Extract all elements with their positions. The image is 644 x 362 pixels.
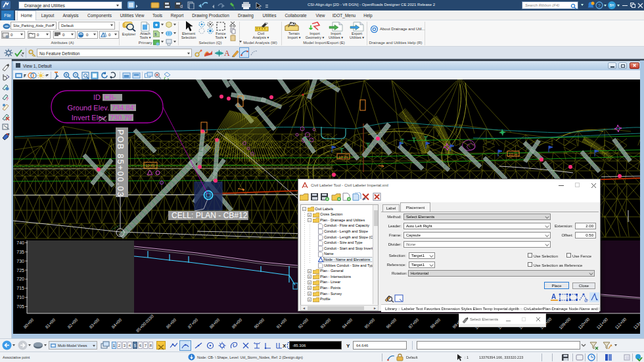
svg-text:ID: ID [93,93,101,101]
svg-text:A: A [551,293,556,300]
svg-text:CB-: CB- [104,93,116,101]
svg-text:@: @ [584,298,588,302]
svg-text:?: ? [6,97,9,101]
svg-text:710: 710 [16,295,24,300]
svg-text:?: ? [598,3,601,9]
svg-text:10 in: 10 in [509,152,517,156]
svg-text:POB 85+00.03: POB 85+00.03 [116,129,125,198]
svg-text:734.84': 734.84' [112,104,135,112]
svg-text:10 IN: 10 IN [338,155,348,159]
svg-text:d: d [180,4,183,9]
svg-text:CELL: PLAN - CB#12: CELL: PLAN - CB#12 [172,211,248,220]
svg-text:720: 720 [16,277,24,281]
svg-text:A: A [224,49,230,57]
svg-text:730: 730 [16,259,24,263]
svg-text:725: 725 [16,268,24,273]
svg-text:715: 715 [16,286,24,290]
svg-text:Ground Elev.: Ground Elev. [68,104,109,112]
svg-text:s: s [154,32,157,36]
svg-text:705: 705 [16,304,24,309]
svg-text:730.79': 730.79' [110,114,133,122]
svg-text:10 IN: 10 IN [145,164,154,168]
svg-text:740: 740 [16,240,24,245]
svg-text:Invert Elev.: Invert Elev. [72,114,107,122]
svg-text:735: 735 [16,250,24,254]
